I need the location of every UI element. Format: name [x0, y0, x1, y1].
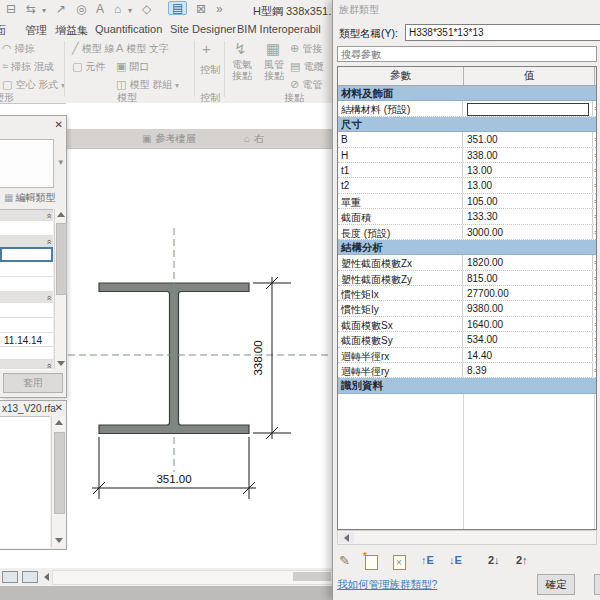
parameter-row[interactable]: 迴轉半徑ry8.39=: [338, 363, 596, 378]
scroll-up-icon[interactable]: [55, 420, 63, 425]
type-selector[interactable]: [0, 139, 54, 188]
section-header[interactable]: 結構分析: [338, 240, 596, 255]
sort-descending-icon[interactable]: [516, 554, 528, 566]
component-button[interactable]: 元件: [72, 60, 105, 74]
formula-cell[interactable]: =: [593, 271, 596, 285]
model-text-button[interactable]: 模型 文字: [116, 42, 169, 56]
parameter-value-cell[interactable]: 9380.00: [463, 301, 593, 315]
parameter-value-cell[interactable]: 27700.00: [463, 286, 593, 300]
formula-cell[interactable]: =: [593, 178, 596, 192]
delete-type-icon[interactable]: [393, 555, 406, 570]
parameter-row[interactable]: B351.00=: [338, 132, 596, 147]
formula-cell[interactable]: =: [593, 332, 596, 346]
section-header[interactable]: 材料及飾面: [338, 86, 596, 101]
text-icon[interactable]: [96, 3, 104, 15]
apply-button[interactable]: 套用: [3, 373, 63, 393]
render-icon[interactable]: [142, 3, 151, 15]
parameter-value-cell[interactable]: 351.00: [463, 132, 593, 146]
parameter-value-cell[interactable]: [463, 101, 593, 115]
parameter-value-cell[interactable]: 105.00: [463, 194, 593, 208]
drawing-canvas[interactable]: 參考樓層 右 338.00: [66, 103, 332, 568]
tag-icon[interactable]: [76, 3, 86, 15]
collapse-icon[interactable]: [43, 239, 53, 244]
formula-cell[interactable]: =: [593, 101, 596, 115]
group-band[interactable]: [0, 360, 53, 369]
section-header[interactable]: 尺寸: [338, 117, 596, 132]
chevron-down-icon[interactable]: [42, 7, 46, 15]
parameter-value-cell[interactable]: 13.00: [463, 178, 593, 192]
dialog-horizontal-scrollbar[interactable]: [337, 530, 597, 545]
parameter-value-cell[interactable]: 1640.00: [463, 317, 593, 331]
edit-parameter-icon[interactable]: [339, 554, 350, 567]
collapse-icon[interactable]: [43, 213, 53, 218]
formula-cell[interactable]: =: [593, 225, 596, 239]
conduit-connector-button[interactable]: 電管: [290, 78, 322, 92]
formula-cell[interactable]: =: [593, 255, 596, 269]
column-header-formula[interactable]: [595, 67, 596, 85]
swept-blend-button[interactable]: 掃掠 混成: [2, 60, 54, 74]
tab-addins[interactable]: 增益集: [55, 23, 88, 38]
duct-connector-button[interactable]: [266, 41, 283, 56]
close-hidden-windows-icon[interactable]: [196, 3, 206, 15]
column-header-parameter[interactable]: 參數: [338, 67, 464, 85]
group-band[interactable]: [0, 292, 53, 303]
parameter-row[interactable]: H338.00=: [338, 148, 596, 163]
scrollbar-thumb[interactable]: [293, 572, 331, 581]
ok-button[interactable]: 確定: [537, 574, 575, 595]
model-line-button[interactable]: 模型 線: [72, 42, 114, 56]
parameter-row[interactable]: [0, 303, 53, 318]
parameter-row[interactable]: t213.00=: [338, 178, 596, 193]
parameter-row[interactable]: t113.00=: [338, 163, 596, 178]
family-types-icon[interactable]: [168, 1, 187, 15]
panel-body[interactable]: [0, 416, 50, 548]
type-name-input[interactable]: [405, 24, 600, 41]
cancel-button-partial[interactable]: [594, 574, 600, 595]
tab-partial[interactable]: 面: [0, 23, 6, 38]
parameter-row[interactable]: [0, 277, 53, 292]
measure-icon[interactable]: [56, 3, 66, 15]
edit-type-button[interactable]: 編輯類型: [4, 191, 55, 205]
parameter-row[interactable]: 慣性矩Ix27700.00=: [338, 286, 596, 301]
parameter-value-cell[interactable]: 8.39: [463, 363, 593, 377]
window-icon[interactable]: [2, 571, 18, 583]
scroll-down-icon[interactable]: [55, 538, 63, 543]
parameter-row[interactable]: [0, 347, 53, 360]
scroll-left-icon[interactable]: [44, 573, 49, 581]
width-dimension-text[interactable]: 351.00: [156, 473, 191, 485]
formula-cell[interactable]: =: [593, 132, 596, 146]
scroll-down-icon[interactable]: [57, 361, 65, 366]
parameter-value-cell[interactable]: 14.40: [463, 348, 593, 362]
value-input[interactable]: [467, 103, 589, 115]
parameter-value-cell[interactable]: 534.00: [463, 332, 593, 346]
group-band[interactable]: [0, 236, 53, 247]
formula-cell[interactable]: =: [593, 363, 596, 377]
parameter-row[interactable]: 塑性截面模數Zx1820.00=: [338, 255, 596, 270]
parameter-row[interactable]: [0, 221, 53, 236]
formula-cell[interactable]: =: [593, 163, 596, 177]
parameter-row[interactable]: 慣性矩Iy9380.00=: [338, 301, 596, 316]
palette-scrollbar[interactable]: [54, 209, 66, 369]
section-header[interactable]: 識別資料: [338, 378, 596, 393]
group-band[interactable]: [0, 210, 53, 221]
tab-site-designer[interactable]: Site Designer: [170, 23, 236, 35]
close-icon[interactable]: [55, 403, 63, 413]
view-tab-reference-level[interactable]: 參考樓層: [142, 132, 195, 146]
parameter-value-cell[interactable]: 133.30: [463, 209, 593, 223]
sweep-button[interactable]: 掃掠: [2, 42, 35, 56]
parameter-row[interactable]: 迴轉半徑rx14.40=: [338, 348, 596, 363]
formula-cell[interactable]: =: [593, 301, 596, 315]
control-button-label[interactable]: 控制: [200, 63, 220, 77]
new-type-icon[interactable]: [365, 555, 378, 570]
formula-cell[interactable]: =: [593, 317, 596, 331]
width-dimension[interactable]: [92, 437, 256, 499]
collapse-icon[interactable]: [43, 295, 53, 300]
parameter-row[interactable]: 結構材料 (預設)=: [338, 101, 596, 116]
parameter-row[interactable]: 截面模數Sx1640.00=: [338, 317, 596, 332]
parameter-row[interactable]: [0, 262, 53, 277]
scrollbar-thumb[interactable]: [56, 223, 67, 295]
scroll-left-button[interactable]: [339, 532, 354, 543]
parameter-value-cell[interactable]: 815.00: [463, 271, 593, 285]
parameter-row[interactable]: 長度 (預設)3000.00=: [338, 225, 596, 240]
parameter-row[interactable]: 單重105.00=: [338, 194, 596, 209]
help-link[interactable]: 我如何管理族群類型?: [337, 578, 437, 592]
